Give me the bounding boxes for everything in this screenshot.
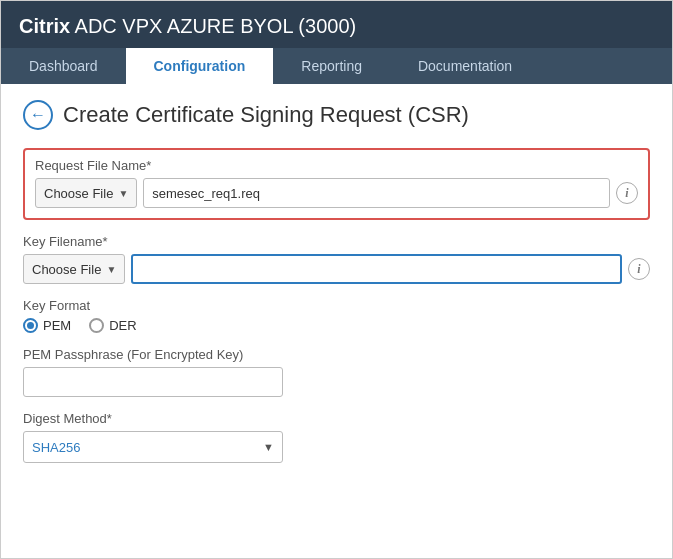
radio-der-circle [89,318,104,333]
request-file-choose-btn[interactable]: Choose File ▼ [35,178,137,208]
digest-method-chevron-icon: ▼ [263,441,274,453]
key-format-radio-group: PEM DER [23,318,650,333]
digest-method-dropdown[interactable]: SHA256 ▼ [23,431,283,463]
digest-method-value: SHA256 [32,440,80,455]
key-filename-info-icon[interactable]: i [628,258,650,280]
pem-passphrase-group: PEM Passphrase (For Encrypted Key) [23,347,650,397]
request-file-row: Choose File ▼ i [35,178,638,208]
radio-der-label: DER [109,318,136,333]
key-filename-input[interactable] [131,254,622,284]
radio-pem-circle [23,318,38,333]
radio-der[interactable]: DER [89,318,136,333]
tab-configuration[interactable]: Configuration [126,48,274,84]
page-title: Create Certificate Signing Request (CSR) [63,102,469,128]
tab-dashboard[interactable]: Dashboard [1,48,126,84]
radio-pem-label: PEM [43,318,71,333]
request-file-input[interactable] [143,178,610,208]
app-window: Citrix ADC VPX AZURE BYOL (3000) Dashboa… [0,0,673,559]
request-file-chevron-icon: ▼ [118,188,128,199]
key-filename-label: Key Filename* [23,234,650,249]
key-filename-chevron-icon: ▼ [106,264,116,275]
app-header: Citrix ADC VPX AZURE BYOL (3000) [1,1,672,48]
back-button[interactable]: ← [23,100,53,130]
pem-passphrase-input[interactable] [23,367,283,397]
digest-method-label: Digest Method* [23,411,650,426]
request-file-info-icon[interactable]: i [616,182,638,204]
request-file-group: Request File Name* Choose File ▼ i [23,148,650,220]
key-filename-choose-btn[interactable]: Choose File ▼ [23,254,125,284]
key-format-group: Key Format PEM DER [23,298,650,333]
app-brand: Citrix ADC VPX AZURE BYOL (3000) [19,15,356,38]
key-filename-group: Key Filename* Choose File ▼ i [23,234,650,284]
nav-tabs: Dashboard Configuration Reporting Docume… [1,48,672,84]
radio-pem[interactable]: PEM [23,318,71,333]
digest-method-group: Digest Method* SHA256 ▼ [23,411,650,463]
request-file-label: Request File Name* [35,158,638,173]
page-title-row: ← Request File Name* Create Certificate … [23,100,650,130]
key-filename-row: Choose File ▼ i [23,254,650,284]
main-content: ← Request File Name* Create Certificate … [1,84,672,499]
key-format-label: Key Format [23,298,650,313]
tab-reporting[interactable]: Reporting [273,48,390,84]
pem-passphrase-label: PEM Passphrase (For Encrypted Key) [23,347,650,362]
tab-documentation[interactable]: Documentation [390,48,540,84]
